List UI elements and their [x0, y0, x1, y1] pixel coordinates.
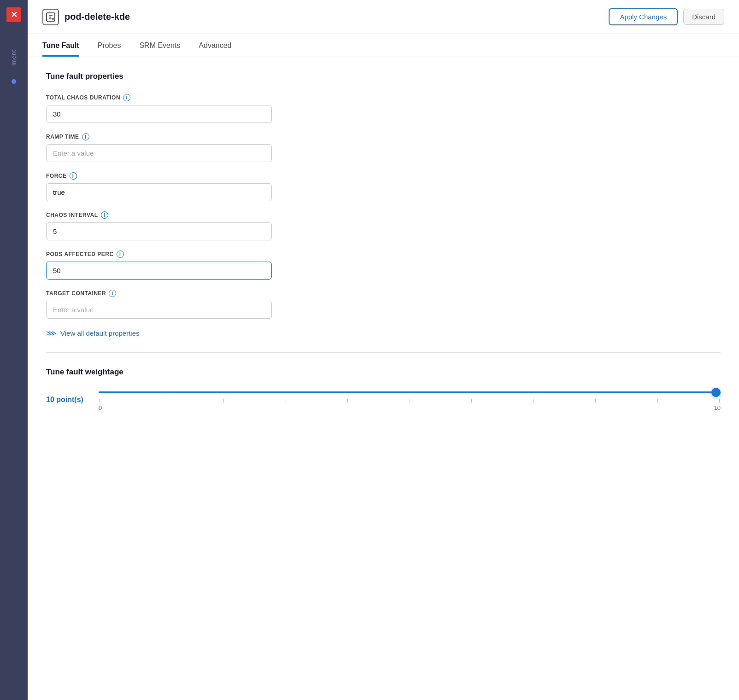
tune-fault-section-title: Tune fault properties	[46, 72, 721, 81]
field-ramp-time: RAMP TIME i	[46, 133, 721, 162]
header-actions: Apply Changes Discard	[609, 8, 724, 25]
sidebar-dot	[12, 79, 16, 84]
header: pod-delete-kde Apply Changes Discard	[28, 0, 739, 34]
sidebar: ✕ iment	[0, 0, 28, 700]
chevron-double-icon: ⋙	[46, 329, 57, 338]
slider-labels: 0 10	[99, 404, 721, 411]
slider-bg	[99, 391, 721, 393]
field-force: FORCE i	[46, 172, 721, 201]
weightage-title: Tune fault weightage	[46, 368, 721, 377]
slider-container: 0 10	[99, 388, 721, 411]
info-icon-pods-affected-perc[interactable]: i	[117, 251, 124, 258]
input-pods-affected-perc[interactable]	[46, 262, 272, 280]
field-chaos-interval: CHAOS INTERVAL i	[46, 211, 721, 240]
info-icon-target-container[interactable]: i	[109, 290, 116, 297]
section-divider	[46, 352, 721, 353]
input-total-chaos-duration[interactable]	[46, 105, 272, 123]
label-ramp-time: RAMP TIME i	[46, 133, 721, 140]
slider-thumb[interactable]	[711, 388, 721, 397]
close-button[interactable]: ✕	[6, 7, 21, 22]
input-chaos-interval[interactable]	[46, 222, 272, 240]
fault-icon	[42, 9, 59, 25]
main-panel: pod-delete-kde Apply Changes Discard Tun…	[28, 0, 739, 700]
slider-row: 10 point(s)	[46, 388, 721, 411]
tab-probes[interactable]: Probes	[98, 34, 121, 57]
label-force: FORCE i	[46, 172, 721, 180]
input-target-container[interactable]	[46, 301, 272, 319]
slider-ticks	[99, 399, 721, 402]
view-defaults-label: View all default properties	[60, 329, 140, 337]
field-total-chaos-duration: TOTAL CHAOS DURATION i	[46, 94, 721, 123]
info-icon-chaos-interval[interactable]: i	[101, 211, 108, 219]
info-icon-force[interactable]: i	[70, 172, 77, 180]
header-left: pod-delete-kde	[42, 9, 130, 25]
label-total-chaos-duration: TOTAL CHAOS DURATION i	[46, 94, 721, 101]
sidebar-nav-label: iment	[11, 50, 17, 65]
tab-srm-events[interactable]: SRM Events	[139, 34, 180, 57]
tabs-bar: Tune Fault Probes SRM Events Advanced	[28, 34, 739, 57]
slider-fill	[99, 391, 721, 393]
discard-button[interactable]: Discard	[683, 9, 724, 25]
slider-min-label: 0	[99, 404, 102, 411]
svg-point-1	[52, 18, 54, 20]
slider-value-label: 10 point(s)	[46, 396, 88, 404]
field-pods-affected-perc: PODS AFFECTED PERC i	[46, 251, 721, 280]
info-icon-total-chaos-duration[interactable]: i	[123, 94, 130, 101]
info-icon-ramp-time[interactable]: i	[82, 133, 89, 140]
tab-tune-fault[interactable]: Tune Fault	[42, 34, 79, 57]
label-pods-affected-perc: PODS AFFECTED PERC i	[46, 251, 721, 258]
slider-max-label: 10	[714, 404, 721, 411]
weightage-section: Tune fault weightage 10 point(s)	[46, 368, 721, 411]
apply-changes-button[interactable]: Apply Changes	[609, 8, 678, 25]
label-target-container: TARGET CONTAINER i	[46, 290, 721, 297]
input-force[interactable]	[46, 183, 272, 201]
slider-track[interactable]	[99, 388, 721, 397]
content-area: Tune fault properties TOTAL CHAOS DURATI…	[28, 57, 739, 700]
label-chaos-interval: CHAOS INTERVAL i	[46, 211, 721, 219]
page-title: pod-delete-kde	[65, 12, 130, 22]
input-ramp-time[interactable]	[46, 144, 272, 162]
view-defaults-link[interactable]: ⋙ View all default properties	[46, 329, 721, 338]
tab-advanced[interactable]: Advanced	[199, 34, 231, 57]
field-target-container: TARGET CONTAINER i	[46, 290, 721, 319]
